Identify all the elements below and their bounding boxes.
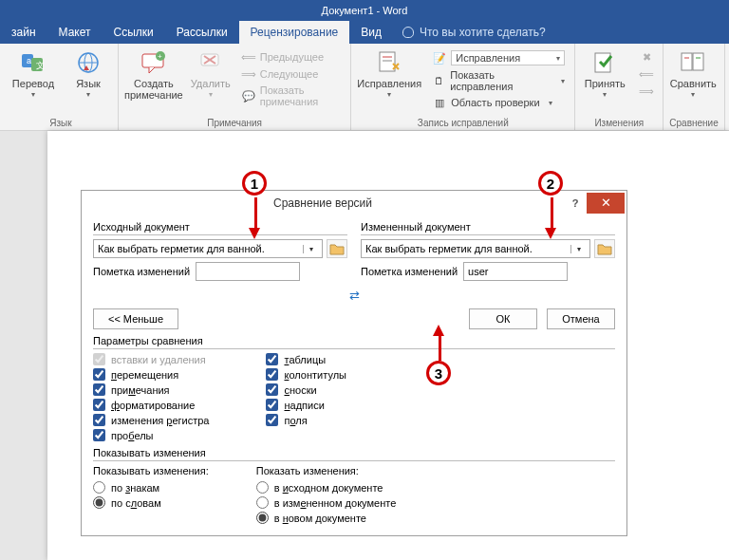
radio-by-char[interactable]: по знакам: [93, 481, 209, 494]
track-changes-button[interactable]: Исправления ▾: [357, 47, 421, 100]
group-label-compare: Сравнение: [669, 116, 718, 128]
delete-comment-icon: [196, 49, 225, 76]
chk-tables[interactable]: таблицы: [266, 353, 346, 365]
folder-icon: [597, 242, 612, 255]
chk-whitespace[interactable]: пробелы: [93, 429, 209, 441]
svg-rect-18: [693, 53, 703, 70]
accept-icon: [590, 49, 619, 76]
prev-comment-button[interactable]: ⟸ Предыдущее: [238, 49, 346, 65]
tab-layout[interactable]: Макет: [47, 21, 103, 44]
reject-button[interactable]: ✖: [636, 49, 657, 65]
rev-changes-input[interactable]: [463, 262, 568, 281]
show-comments-button[interactable]: 💬 Показать примечания: [238, 84, 346, 108]
radio-in-revised[interactable]: в измененном документе: [256, 496, 397, 509]
group-label-changes: Изменения: [581, 116, 657, 128]
show-markup-icon: 🗒: [433, 74, 445, 87]
svg-text:+: +: [158, 52, 162, 61]
chk-fields[interactable]: поля: [266, 414, 346, 426]
compare-button[interactable]: Сравнить ▾: [669, 47, 717, 100]
delete-comment-button[interactable]: Удалить ▾: [191, 47, 231, 100]
arrow-1-head: [249, 228, 260, 239]
reviewing-pane-button[interactable]: ▥ Область проверки ▾: [429, 95, 569, 110]
tab-review[interactable]: Рецензирование: [239, 21, 350, 44]
chevron-down-icon: ▾: [570, 245, 586, 253]
swap-button[interactable]: ⇄: [93, 289, 615, 303]
tab-view[interactable]: Вид: [349, 21, 393, 44]
chk-footnotes[interactable]: сноски: [266, 383, 346, 396]
tab-design[interactable]: зайн: [0, 21, 47, 44]
right-radio-header: Показать изменения:: [256, 465, 397, 476]
original-browse-button[interactable]: [327, 239, 347, 258]
group-protect: Блок авт: [725, 44, 729, 130]
group-label-tracking: Запись исправлений: [357, 116, 569, 128]
chk-textboxes[interactable]: надписи: [266, 399, 346, 411]
compare-icon: [679, 49, 707, 76]
chk-headers[interactable]: колонтитулы: [266, 368, 346, 381]
arrow-3-head: [433, 325, 444, 336]
show-markup-button[interactable]: 🗒 Показать исправления ▾: [429, 68, 569, 93]
orig-changes-input[interactable]: [196, 262, 300, 281]
group-tracking: Исправления ▾ 📝 Исправления ▾ 🗒 Показать…: [351, 44, 575, 130]
new-comment-icon: +: [140, 49, 168, 76]
chk-formatting[interactable]: форматирование: [93, 399, 209, 411]
original-doc-label: Исходный документ: [93, 221, 347, 235]
next-comment-button[interactable]: ⟹ Следующее: [238, 66, 346, 82]
prev-icon: ⟸: [242, 50, 255, 64]
pane-icon: ▥: [433, 96, 446, 109]
radio-in-original[interactable]: в исходном документе: [256, 481, 397, 494]
accept-button[interactable]: Принять ▾: [581, 47, 628, 100]
globe-icon: [74, 49, 103, 76]
cancel-button[interactable]: Отмена: [547, 308, 615, 329]
next-change-button[interactable]: ⟹: [636, 84, 657, 99]
prev-change-button[interactable]: ⟸: [636, 66, 657, 82]
show-changes-header: Показывать изменения: [93, 447, 615, 461]
swap-icon: ⇄: [349, 289, 360, 303]
tell-me-placeholder: Что вы хотите сделать?: [420, 26, 546, 39]
radio-by-word[interactable]: по словам: [93, 496, 209, 509]
chk-moves[interactable]: перемещения: [93, 368, 209, 381]
revised-doc-combo[interactable]: Как выбрать герметик для ванной. ▾: [361, 239, 590, 258]
new-comment-button[interactable]: + Создать примечание: [124, 47, 183, 101]
bulb-icon: [402, 27, 414, 38]
svg-text:a: a: [27, 56, 31, 65]
titlebar: Документ1 - Word: [0, 0, 729, 21]
prev-change-icon: ⟸: [640, 67, 653, 81]
tab-references[interactable]: Ссылки: [102, 21, 164, 44]
folder-icon: [329, 242, 345, 255]
markup-icon: 📝: [433, 51, 446, 65]
app-title: Документ1 - Word: [322, 5, 408, 16]
annotation-1: 1: [242, 171, 267, 196]
revised-doc-label: Измененный документ: [361, 221, 615, 235]
arrow-3-line: [439, 334, 441, 361]
close-icon: ✕: [601, 196, 611, 210]
chk-comments[interactable]: примечания: [93, 383, 209, 396]
display-for-review-combo[interactable]: 📝 Исправления ▾: [429, 49, 569, 66]
arrow-1-line: [254, 197, 257, 230]
tell-me-search[interactable]: Что вы хотите сделать?: [393, 21, 555, 44]
compare-dialog: Сравнение версий ? ✕ Исходный документ К…: [81, 190, 627, 536]
dialog-help-button[interactable]: ?: [564, 197, 587, 209]
chevron-down-icon: ▾: [303, 245, 318, 253]
chk-case[interactable]: изменения регистра: [93, 414, 209, 426]
track-changes-icon: [375, 49, 403, 76]
language-button[interactable]: Язык ▾: [65, 47, 112, 100]
dialog-title: Сравнение версий: [82, 196, 564, 210]
arrow-2-line: [551, 197, 553, 230]
params-header: Параметры сравнения: [93, 335, 615, 349]
dialog-close-button[interactable]: ✕: [587, 193, 625, 214]
group-changes: Принять ▾ ✖ ⟸ ⟹ Изменения: [575, 44, 664, 130]
annotation-3: 3: [426, 361, 451, 385]
less-button[interactable]: << Меньше: [93, 308, 178, 329]
reject-icon: ✖: [640, 50, 653, 64]
revised-browse-button[interactable]: [594, 239, 615, 258]
radio-in-new[interactable]: в новом документе: [256, 512, 397, 524]
ok-button[interactable]: ОК: [469, 308, 537, 329]
tab-mailings[interactable]: Рассылки: [165, 21, 239, 44]
left-radio-header: Показывать изменения:: [93, 465, 209, 476]
translate-button[interactable]: a文 Перевод ▾: [9, 47, 57, 100]
group-comments: + Создать примечание Удалить ▾ ⟸ Предыду…: [119, 44, 351, 130]
annotation-2: 2: [538, 171, 563, 196]
original-doc-combo[interactable]: Как выбрать герметик для ванной. ▾: [93, 239, 323, 258]
comment-icon: 💬: [242, 89, 255, 103]
rev-changes-label: Пометка изменений: [361, 266, 458, 277]
